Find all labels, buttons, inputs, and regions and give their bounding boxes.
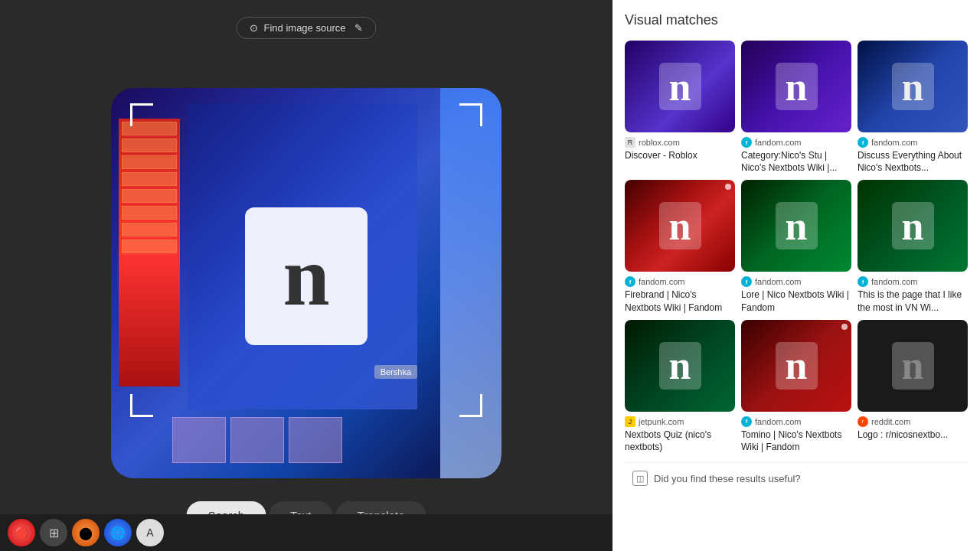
match-item-5[interactable]: n f fandom.com This is the page that I l…: [858, 180, 968, 313]
main-image: Bershka n: [111, 88, 501, 478]
source-domain-6: jetpunk.com: [639, 417, 684, 426]
match-n-1: n: [776, 63, 818, 110]
match-desc-3: Firebrand | Nico's Nextbots Wiki | Fando…: [625, 289, 735, 313]
taskbar-item-white[interactable]: A: [136, 519, 164, 546]
match-desc-7: Tomino | Nico's Nextbots Wiki | Fandom: [741, 429, 851, 453]
match-source-5: f fandom.com: [858, 276, 968, 287]
match-desc-5: This is the page that I like the most in…: [858, 289, 968, 313]
source-domain-2: fandom.com: [871, 138, 918, 147]
match-thumb-8: n: [858, 320, 968, 412]
favicon-fandom-1: f: [741, 137, 752, 148]
taskbar-item-gray[interactable]: ⊞: [40, 519, 67, 546]
match-desc-1: Category:Nico's Stu | Nico's Nextbots Wi…: [741, 149, 851, 174]
match-desc-6: Nextbots Quiz (nico's nextbots): [625, 429, 735, 453]
taskbar-icon-red: 🔴: [14, 526, 29, 540]
match-source-4: f fandom.com: [741, 276, 851, 287]
source-domain-3: fandom.com: [639, 277, 685, 286]
taskbar-icon-white: A: [146, 527, 153, 539]
favicon-jetpunk-6: J: [625, 416, 635, 427]
match-thumb-6: n: [625, 320, 735, 412]
source-domain-1: fandom.com: [755, 138, 802, 147]
match-thumb-1: n: [741, 41, 851, 132]
find-image-source-bar[interactable]: ⊙ Find image source ✎: [237, 17, 377, 39]
match-n-0: n: [659, 63, 701, 110]
match-dot-3: [725, 184, 731, 190]
match-n-6: n: [659, 342, 701, 390]
taskbar: 🔴 ⊞ ⬤ 🌐 A: [0, 514, 612, 551]
favicon-fandom-3: f: [625, 276, 635, 287]
match-thumb-7: n: [741, 320, 851, 412]
favicon-fandom-7: f: [741, 416, 752, 427]
feedback-row[interactable]: ◫ Did you find these results useful?: [625, 462, 968, 494]
source-domain-7: fandom.com: [755, 417, 802, 426]
edit-icon: ✎: [354, 22, 363, 34]
favicon-roblox-0: R: [625, 137, 635, 148]
match-dot-7: [841, 324, 848, 330]
taskbar-icon-blue: 🌐: [110, 526, 126, 540]
feedback-icon: ◫: [632, 471, 648, 486]
lens-icon: ⊙: [250, 22, 258, 34]
corner-bracket-top-right: [459, 103, 482, 126]
match-source-7: f fandom.com: [741, 416, 851, 427]
match-desc-2: Discuss Everything About Nico's Nextbots…: [858, 149, 968, 174]
match-source-0: R roblox.com: [625, 137, 735, 148]
match-source-1: f fandom.com: [741, 137, 851, 148]
corner-bracket-top-left: [130, 103, 153, 126]
right-panel: Visual matches n R roblox.com Discover -…: [612, 0, 980, 551]
match-source-8: r reddit.com: [858, 416, 968, 427]
feedback-text: Did you find these results useful?: [654, 473, 801, 484]
match-source-2: f fandom.com: [858, 137, 968, 148]
favicon-reddit-8: r: [858, 416, 868, 427]
match-item-0[interactable]: n R roblox.com Discover - Roblox: [625, 41, 735, 174]
left-panel: ⊙ Find image source ✎: [0, 0, 612, 551]
match-thumb-3: n: [625, 180, 735, 272]
match-item-4[interactable]: n f fandom.com Lore | Nico Nextbots Wiki…: [741, 180, 851, 313]
match-source-6: J jetpunk.com: [625, 416, 735, 427]
bershka-sign: Bershka: [374, 365, 417, 379]
visual-matches-title: Visual matches: [625, 12, 968, 28]
match-n-4: n: [776, 202, 818, 249]
match-desc-0: Discover - Roblox: [625, 149, 735, 161]
n-letter: n: [283, 234, 329, 318]
match-n-8: n: [892, 342, 934, 390]
match-item-3[interactable]: n f fandom.com Firebrand | Nico's Nextbo…: [625, 180, 735, 313]
source-domain-5: fandom.com: [871, 277, 918, 286]
corner-bracket-bottom-right: [459, 394, 482, 417]
taskbar-item-blue[interactable]: 🌐: [104, 519, 132, 546]
corner-bracket-bottom-left: [130, 394, 153, 417]
match-item-6[interactable]: n J jetpunk.com Nextbots Quiz (nico's ne…: [625, 320, 735, 453]
source-domain-4: fandom.com: [755, 277, 802, 286]
taskbar-icon-chrome: ⬤: [79, 526, 93, 540]
match-thumb-2: n: [858, 41, 968, 132]
match-n-5: n: [892, 202, 934, 249]
find-image-source-label: Find image source: [264, 22, 346, 34]
match-n-3: n: [659, 202, 701, 249]
source-domain-0: roblox.com: [639, 138, 680, 147]
main-image-container: Bershka n: [111, 88, 501, 478]
taskbar-icon-gray: ⊞: [49, 526, 59, 540]
match-item-7[interactable]: n f fandom.com Tomino | Nico's Nextbots …: [741, 320, 851, 453]
favicon-fandom-4: f: [741, 276, 752, 287]
favicon-fandom-2: f: [858, 137, 868, 148]
match-item-8[interactable]: n r reddit.com Logo : r/nicosnextbo...: [858, 320, 968, 453]
match-thumb-4: n: [741, 180, 851, 272]
match-item-1[interactable]: n f fandom.com Category:Nico's Stu | Nic…: [741, 41, 851, 174]
match-desc-4: Lore | Nico Nextbots Wiki | Fandom: [741, 289, 851, 313]
match-desc-8: Logo : r/nicosnextbo...: [858, 429, 968, 441]
n-logo-box: n: [245, 207, 368, 345]
source-domain-8: reddit.com: [871, 417, 910, 426]
matches-grid: n R roblox.com Discover - Roblox n f fan…: [625, 41, 968, 453]
match-n-7: n: [776, 342, 818, 390]
match-source-3: f fandom.com: [625, 276, 735, 287]
match-thumb-0: n: [625, 41, 735, 132]
favicon-fandom-5: f: [858, 276, 868, 287]
match-item-2[interactable]: n f fandom.com Discuss Everything About …: [858, 41, 968, 174]
taskbar-item-chrome[interactable]: ⬤: [72, 519, 100, 546]
match-n-2: n: [892, 63, 934, 110]
bottom-panels: [172, 417, 342, 463]
right-strip: [440, 88, 501, 478]
taskbar-item-red[interactable]: 🔴: [8, 519, 35, 546]
match-thumb-5: n: [858, 180, 968, 272]
